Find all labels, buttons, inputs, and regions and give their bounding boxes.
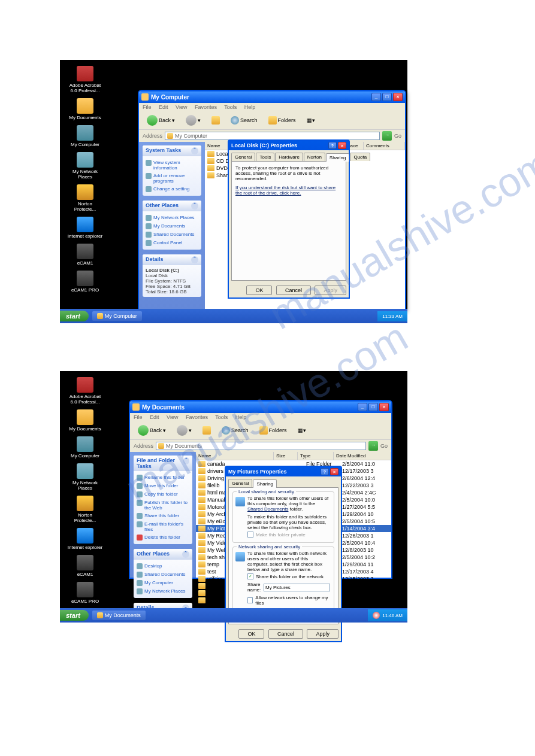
- col-type[interactable]: Type: [298, 452, 334, 460]
- tab-norton[interactable]: Norton: [304, 153, 325, 161]
- place-link[interactable]: My Documents: [146, 222, 198, 230]
- back-button[interactable]: Back ▾: [143, 113, 179, 127]
- shared-docs-link[interactable]: Shared Documents: [247, 506, 288, 512]
- go-button[interactable]: →: [382, 131, 392, 141]
- col-comments[interactable]: Comments: [364, 142, 405, 150]
- share-root-link[interactable]: If you understand the risk but still wan…: [235, 185, 335, 196]
- desktop-icon-mydocs[interactable]: My Documents: [67, 98, 103, 120]
- place-link[interactable]: Shared Documents: [146, 230, 198, 239]
- desktop-icon-ecam1pro[interactable]: eCAM1 PRO: [67, 582, 103, 604]
- task-link[interactable]: Delete this folder: [137, 533, 189, 542]
- place-link[interactable]: My Network Places: [137, 587, 189, 596]
- tab-sharing[interactable]: Sharing: [326, 153, 350, 162]
- minimize-button[interactable]: _: [371, 93, 381, 101]
- desktop-icon-network[interactable]: My Network Places: [67, 463, 103, 491]
- col-name[interactable]: Name: [196, 452, 274, 460]
- address-field[interactable]: My Documents: [156, 442, 366, 450]
- task-link[interactable]: Share this folder: [137, 512, 189, 520]
- forward-button[interactable]: ▾: [173, 423, 196, 438]
- place-link[interactable]: My Computer: [137, 579, 189, 587]
- task-link[interactable]: E-mail this folder's files: [137, 520, 189, 533]
- col-date[interactable]: Date Modified: [334, 452, 391, 460]
- folders-button[interactable]: Folders: [264, 114, 300, 126]
- desktop-icon-ecam1pro[interactable]: eCAM1 PRO: [67, 271, 103, 293]
- views-button[interactable]: ▦▾: [303, 116, 319, 125]
- menu-favorites[interactable]: Favorites: [186, 414, 208, 420]
- place-link[interactable]: My Network Places: [146, 214, 198, 222]
- details-header[interactable]: Details⌃: [143, 254, 201, 265]
- views-button[interactable]: ▦▾: [294, 426, 310, 435]
- back-button[interactable]: Back ▾: [134, 423, 170, 438]
- share-network-checkbox[interactable]: ✓Share this folder on the network: [247, 572, 330, 581]
- apply-button[interactable]: Apply: [307, 629, 338, 639]
- maximize-button[interactable]: □: [382, 93, 392, 101]
- search-button[interactable]: Search: [217, 424, 253, 436]
- desktop-icon-ie[interactable]: Internet explorer: [67, 528, 103, 550]
- system-tasks-header[interactable]: System Tasks⌃: [143, 145, 201, 156]
- titlebar[interactable]: My Documents _ □ ×: [130, 401, 391, 413]
- place-link[interactable]: Shared Documents: [137, 570, 189, 579]
- up-button[interactable]: [207, 114, 224, 126]
- menu-tools[interactable]: Tools: [224, 104, 237, 110]
- menu-help[interactable]: Help: [235, 414, 247, 420]
- cancel-button[interactable]: Cancel: [276, 286, 311, 295]
- address-field[interactable]: My Computer: [165, 132, 380, 140]
- dialog-titlebar[interactable]: Local Disk (C:) Properties ? ×: [229, 141, 349, 150]
- menu-help[interactable]: Help: [244, 104, 256, 110]
- close-button[interactable]: ×: [379, 403, 389, 411]
- start-button[interactable]: start: [60, 311, 89, 321]
- apply-button[interactable]: Apply: [315, 286, 346, 295]
- menu-file[interactable]: File: [143, 104, 152, 110]
- share-name-input[interactable]: [264, 584, 330, 591]
- dialog-close-button[interactable]: ×: [330, 468, 338, 475]
- task-link[interactable]: Rename this folder: [137, 473, 189, 482]
- desktop-icon-acrobat[interactable]: Adobe Acrobat 6.0 Professi...: [67, 66, 103, 93]
- dialog-close-button[interactable]: ×: [338, 142, 346, 149]
- ok-button[interactable]: OK: [238, 629, 264, 639]
- menu-favorites[interactable]: Favorites: [195, 104, 217, 110]
- desktop-icon-ie[interactable]: Internet explorer: [67, 217, 103, 239]
- help-button[interactable]: ?: [321, 468, 329, 475]
- minimize-button[interactable]: _: [358, 403, 367, 411]
- menu-view[interactable]: View: [167, 414, 178, 420]
- desktop-icon-acrobat[interactable]: Adobe Acrobat 6.0 Professi...: [67, 377, 103, 405]
- ok-button[interactable]: OK: [246, 286, 272, 295]
- task-link[interactable]: Change a setting: [146, 185, 198, 193]
- titlebar[interactable]: My Computer _ □ ×: [139, 91, 405, 103]
- tasks-header[interactable]: File and Folder Tasks⌃: [134, 456, 192, 471]
- menu-view[interactable]: View: [176, 104, 187, 110]
- close-button[interactable]: ×: [393, 93, 403, 101]
- taskbar-item[interactable]: My Computer: [92, 311, 142, 321]
- go-button[interactable]: →: [368, 441, 378, 451]
- cancel-button[interactable]: Cancel: [268, 629, 303, 639]
- tab-sharing[interactable]: Sharing: [253, 479, 277, 488]
- help-button[interactable]: ?: [328, 142, 337, 149]
- desktop-icon-network[interactable]: My Network Places: [67, 152, 103, 180]
- desktop-icon-mycomputer[interactable]: My Computer: [67, 436, 103, 459]
- tab-general[interactable]: General: [228, 479, 252, 487]
- desktop-icon-mydocs[interactable]: My Documents: [67, 409, 103, 432]
- task-link[interactable]: Add or remove programs: [146, 172, 198, 185]
- system-tray[interactable]: 11:46 AM: [368, 609, 407, 621]
- tab-general[interactable]: General: [231, 153, 255, 161]
- tab-tools[interactable]: Tools: [256, 153, 274, 161]
- col-size[interactable]: Size: [274, 452, 298, 460]
- tab-quota[interactable]: Quota: [350, 153, 370, 161]
- desktop-icon-ecam1[interactable]: eCAM1: [67, 555, 103, 577]
- desktop-icon-ecam1[interactable]: eCAM1: [67, 244, 103, 266]
- menu-edit[interactable]: Edit: [159, 104, 168, 110]
- place-link[interactable]: Desktop: [137, 562, 189, 570]
- forward-button[interactable]: ▾: [182, 113, 205, 127]
- desktop-icon-norton[interactable]: Norton Protecte...: [67, 496, 103, 523]
- task-link[interactable]: Publish this folder to the Web: [137, 499, 189, 512]
- task-link[interactable]: Move this folder: [137, 482, 189, 490]
- folders-button[interactable]: Folders: [255, 424, 291, 436]
- taskbar-item[interactable]: My Documents: [92, 611, 146, 620]
- allow-change-checkbox[interactable]: Allow network users to change my files: [247, 594, 330, 607]
- tab-hardware[interactable]: Hardware: [275, 153, 303, 161]
- desktop-icon-norton[interactable]: Norton Protecte...: [67, 184, 103, 212]
- menu-tools[interactable]: Tools: [215, 414, 228, 420]
- search-button[interactable]: Search: [226, 114, 262, 126]
- maximize-button[interactable]: □: [368, 403, 378, 411]
- other-places-header[interactable]: Other Places⌃: [134, 549, 192, 560]
